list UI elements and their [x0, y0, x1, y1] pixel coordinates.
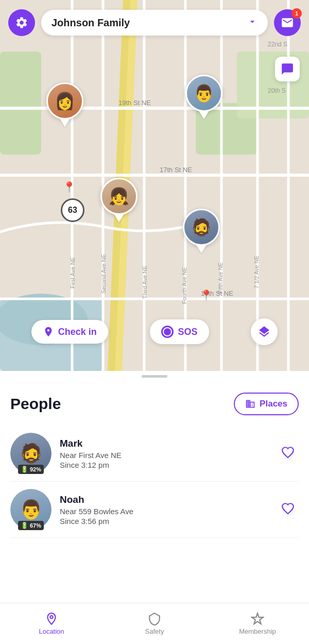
svg-text:Second Ave NE: Second Ave NE [100, 254, 107, 294]
person-avatar-wrap-mark: 🧔 🔋 92% [10, 433, 52, 474]
svg-text:19th St NE: 19th St NE [118, 99, 151, 107]
panel-header: People Places [10, 393, 299, 415]
checkin-button[interactable]: Check in [31, 320, 108, 344]
map-pin-female1: 👩 [46, 82, 83, 127]
favorite-button-noah[interactable] [277, 498, 299, 521]
map-chat-button[interactable] [275, 57, 300, 81]
top-bar: Johnson Family 1 [0, 0, 309, 45]
svg-text:20th S: 20th S [268, 87, 286, 94]
checkin-label: Check in [58, 327, 97, 337]
nav-item-location[interactable]: Location [0, 612, 103, 635]
person-name-mark: Mark [60, 438, 269, 449]
battery-badge-mark: 🔋 92% [18, 465, 44, 474]
mail-badge: 1 [291, 8, 302, 19]
nav-label-location: Location [39, 628, 64, 635]
panel-title: People [10, 395, 61, 413]
drag-handle[interactable] [142, 375, 167, 378]
person-info-noah: Noah Near 559 Bowles Ave Since 3:56 pm [60, 494, 269, 526]
battery-percent-mark: 92% [30, 466, 41, 472]
battery-badge-noah: 🔋 67% [18, 521, 44, 530]
person-item-mark[interactable]: 🧔 🔋 92% Mark Near First Ave NE Since 3:1… [10, 426, 299, 482]
person-item-noah[interactable]: 👨 🔋 67% Noah Near 559 Bowles Ave Since 3… [10, 482, 299, 538]
bottom-panel: People Places 🧔 🔋 92% Mark Near First Av… [0, 382, 309, 603]
person-time-mark: Since 3:12 pm [60, 461, 269, 469]
nav-label-safety: Safety [145, 628, 164, 635]
nav-item-safety[interactable]: Safety [103, 612, 206, 635]
svg-text:Fourth Ave NE: Fourth Ave NE [181, 267, 187, 304]
layers-button[interactable] [251, 318, 278, 345]
person-name-noah: Noah [60, 494, 269, 505]
family-name: Johnson Family [52, 17, 130, 29]
map-pin-female2: 👧 [100, 178, 138, 222]
places-label: Places [260, 399, 287, 409]
chevron-down-icon [247, 16, 258, 29]
svg-text:Fifth Ave NE: Fifth Ave NE [217, 262, 224, 294]
svg-point-29 [50, 616, 53, 618]
svg-text:📍: 📍 [63, 181, 76, 193]
svg-text:7 1/2 Ave NE: 7 1/2 Ave NE [253, 256, 260, 289]
person-avatar-wrap-noah: 👨 🔋 67% [10, 489, 52, 530]
sos-button[interactable]: SOS [150, 319, 209, 344]
sos-circle [161, 326, 174, 338]
battery-percent-noah: 67% [30, 522, 41, 529]
places-button[interactable]: Places [234, 393, 299, 415]
favorite-button-mark[interactable] [277, 442, 299, 465]
family-selector[interactable]: Johnson Family [41, 10, 268, 36]
person-location-noah: Near 559 Bowles Ave [60, 507, 269, 516]
messages-button[interactable]: 1 [274, 9, 301, 36]
person-time-noah: Since 3:56 pm [60, 517, 269, 526]
bottom-nav: Location Safety Membership [0, 603, 309, 644]
map-area: 19th St NE 17th St NE 14th St NE 22nd S … [0, 0, 309, 371]
svg-text:First Ave NE: First Ave NE [70, 257, 76, 289]
nav-label-membership: Membership [239, 628, 276, 635]
person-info-mark: Mark Near First Ave NE Since 3:12 pm [60, 438, 269, 469]
person-location-mark: Near First Ave NE [60, 451, 269, 460]
sos-label: SOS [178, 327, 197, 337]
settings-button[interactable] [8, 9, 35, 36]
nav-item-membership[interactable]: Membership [206, 612, 309, 635]
svg-text:📍: 📍 [200, 289, 213, 301]
map-pin-male2: 🧔 [183, 209, 220, 253]
map-pin-male1: 👨 [185, 75, 222, 119]
svg-text:Third Ave NE: Third Ave NE [142, 265, 148, 299]
map-actions: Check in SOS [0, 318, 309, 345]
svg-rect-1 [0, 52, 41, 155]
svg-text:17th St NE: 17th St NE [160, 166, 192, 174]
route-badge: 63 [61, 198, 84, 222]
